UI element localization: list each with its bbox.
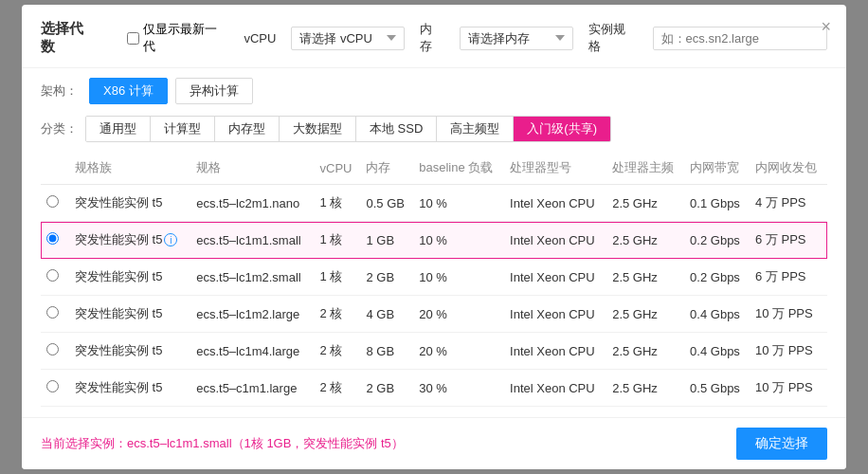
- close-button[interactable]: ×: [821, 18, 831, 35]
- cell-pps: 10 万 PPS: [750, 333, 827, 370]
- vcpu-filter-label: vCPU: [244, 31, 276, 46]
- row-radio[interactable]: [46, 343, 59, 356]
- cell-family: 突发性能实例 t5: [69, 185, 190, 222]
- category-tabs: 通用型 计算型 内存型 大数据型 本地 SSD 高主频型 入门级(共享): [85, 116, 611, 142]
- tab-compute[interactable]: 计算型: [151, 117, 215, 141]
- table-row[interactable]: 突发性能实例 t5ecs.t5–c1m1.large2 核2 GB30 %Int…: [41, 370, 827, 407]
- cell-memory: 2 GB: [360, 259, 413, 296]
- cell-family: 突发性能实例 t5: [69, 407, 190, 418]
- cell-pps: 4 万 PPS: [750, 185, 827, 222]
- arch-row: 架构： X86 计算 异构计算: [22, 68, 846, 112]
- row-radio[interactable]: [46, 232, 59, 245]
- cell-vcpu: 2 核: [315, 370, 361, 407]
- cell-family: 突发性能实例 t5i: [69, 222, 190, 259]
- col-processor: 处理器型号: [504, 152, 606, 185]
- cell-family: 突发性能实例 t5: [69, 370, 190, 407]
- row-radio[interactable]: [46, 306, 59, 319]
- cell-freq: 2.5 GHz: [606, 185, 684, 222]
- info-icon[interactable]: i: [164, 233, 177, 246]
- col-memory: 内存: [360, 152, 413, 185]
- row-radio[interactable]: [46, 269, 59, 282]
- cell-spec: ecs.t5–lc1m4.large: [190, 333, 314, 370]
- cell-memory: 4 GB: [360, 296, 413, 333]
- cell-freq: 2.5 GHz: [606, 259, 684, 296]
- latest-gen-filter[interactable]: 仅显示最新一代: [127, 21, 228, 55]
- instance-table: 规格族 规格 vCPU 内存 baseline 负载 处理器型号 处理器主频 内…: [41, 152, 827, 417]
- cell-spec: ecs.t5–lc1m2.small: [190, 259, 314, 296]
- cell-memory: 2 GB: [360, 370, 413, 407]
- table-header-row: 规格族 规格 vCPU 内存 baseline 负载 处理器型号 处理器主频 内…: [41, 152, 827, 185]
- cell-memory: 4 GB: [360, 407, 413, 418]
- cell-memory: 1 GB: [360, 222, 413, 259]
- tab-local-ssd[interactable]: 本地 SSD: [356, 117, 437, 141]
- cell-pps: 6 万 PPS: [750, 222, 827, 259]
- cell-processor: Intel Xeon CPU: [504, 185, 606, 222]
- memory-select[interactable]: 请选择内存: [460, 27, 573, 50]
- cell-processor: Intel Xeon CPU: [504, 370, 606, 407]
- cell-freq: 2.5 GHz: [606, 370, 684, 407]
- tab-bigdata[interactable]: 大数据型: [280, 117, 356, 141]
- modal-body: 架构： X86 计算 异构计算 分类： 通用型 计算型 内存型 大数据型 本地 …: [22, 68, 846, 417]
- cell-spec: ecs.t5–c1m1.large: [190, 370, 314, 407]
- table-row[interactable]: 突发性能实例 t5ecs.t5–lc2m1.nano1 核0.5 GB10 %I…: [41, 185, 827, 222]
- latest-gen-checkbox[interactable]: [127, 32, 139, 45]
- table-row[interactable]: 突发性能实例 t5ecs.t5–lc1m4.large2 核8 GB20 %In…: [41, 333, 827, 370]
- table-row[interactable]: 突发性能实例 t5ecs.t5–lc1m2.large2 核4 GB20 %In…: [41, 296, 827, 333]
- cell-vcpu: 1 核: [315, 222, 361, 259]
- arch-x86-button[interactable]: X86 计算: [89, 78, 168, 104]
- col-pps: 内网收发包: [750, 152, 827, 185]
- cell-vcpu: 2 核: [315, 407, 361, 418]
- cell-vcpu: 1 核: [315, 259, 361, 296]
- vcpu-select[interactable]: 请选择 vCPU: [291, 27, 405, 50]
- tab-entry-level[interactable]: 入门级(共享): [514, 117, 610, 141]
- cell-baseline: 30 %: [413, 370, 504, 407]
- cell-processor: Intel Xeon CPU: [504, 259, 606, 296]
- latest-gen-label: 仅显示最新一代: [143, 21, 228, 55]
- cell-family: 突发性能实例 t5: [69, 259, 190, 296]
- cell-freq: 2.5 GHz: [606, 222, 684, 259]
- cell-freq: 2.5 GHz: [606, 407, 684, 418]
- row-radio[interactable]: [46, 380, 59, 392]
- cell-vcpu: 1 核: [315, 185, 361, 222]
- tab-general[interactable]: 通用型: [86, 117, 151, 141]
- col-vcpu: vCPU: [315, 152, 361, 185]
- cell-freq: 2.5 GHz: [606, 296, 684, 333]
- cell-spec: ecs.t5–lc2m1.nano: [190, 185, 314, 222]
- cell-memory: 8 GB: [360, 333, 413, 370]
- cell-family: 突发性能实例 t5: [69, 333, 190, 370]
- cell-baseline: 10 %: [413, 259, 504, 296]
- arch-hetero-button[interactable]: 异构计算: [175, 78, 253, 104]
- confirm-button[interactable]: 确定选择: [736, 428, 827, 460]
- table-row[interactable]: 突发性能实例 t5ecs.t5–lc1m2.small1 核2 GB10 %In…: [41, 259, 827, 296]
- table-row[interactable]: 突发性能实例 t5ecs.t5–c1m2.large2 核4 GB30 %Int…: [41, 407, 827, 418]
- col-baseline: baseline 负载: [413, 152, 504, 185]
- tab-memory[interactable]: 内存型: [215, 117, 280, 141]
- cell-spec: ecs.t5–lc1m2.large: [190, 296, 314, 333]
- cell-vcpu: 2 核: [315, 296, 361, 333]
- cell-bandwidth: 0.4 Gbps: [684, 296, 750, 333]
- cell-bandwidth: 0.2 Gbps: [684, 222, 750, 259]
- category-row: 分类： 通用型 计算型 内存型 大数据型 本地 SSD 高主频型 入门级(共享): [22, 112, 846, 152]
- cell-processor: Intel Xeon CPU: [504, 407, 606, 418]
- instance-select-modal: 选择代数 仅显示最新一代 vCPU 请选择 vCPU 内存 请选择内存 实例规格…: [22, 5, 846, 469]
- cell-baseline: 30 %: [413, 407, 504, 418]
- cell-family: 突发性能实例 t5: [69, 296, 190, 333]
- category-label: 分类：: [41, 120, 78, 137]
- memory-filter-label: 内存: [420, 21, 444, 55]
- col-freq: 处理器主频: [606, 152, 684, 185]
- cell-baseline: 10 %: [413, 222, 504, 259]
- table-row[interactable]: 突发性能实例 t5iecs.t5–lc1m1.small1 核1 GB10 %I…: [41, 222, 827, 259]
- cell-processor: Intel Xeon CPU: [504, 296, 606, 333]
- modal-footer: 当前选择实例：ecs.t5–lc1m1.small（1核 1GB，突发性能实例 …: [22, 417, 846, 469]
- cell-pps: 6 万 PPS: [750, 259, 827, 296]
- col-bandwidth: 内网带宽: [684, 152, 750, 185]
- cell-baseline: 20 %: [413, 296, 504, 333]
- footer-current-label: 当前选择实例：: [41, 436, 127, 450]
- cell-bandwidth: 0.5 Gbps: [684, 370, 750, 407]
- cell-spec: ecs.t5–c1m2.large: [190, 407, 314, 418]
- arch-label: 架构：: [41, 82, 78, 100]
- cell-bandwidth: 0.1 Gbps: [684, 185, 750, 222]
- tab-high-freq[interactable]: 高主频型: [437, 117, 514, 141]
- row-radio[interactable]: [46, 195, 59, 208]
- instance-search-input[interactable]: [653, 27, 827, 50]
